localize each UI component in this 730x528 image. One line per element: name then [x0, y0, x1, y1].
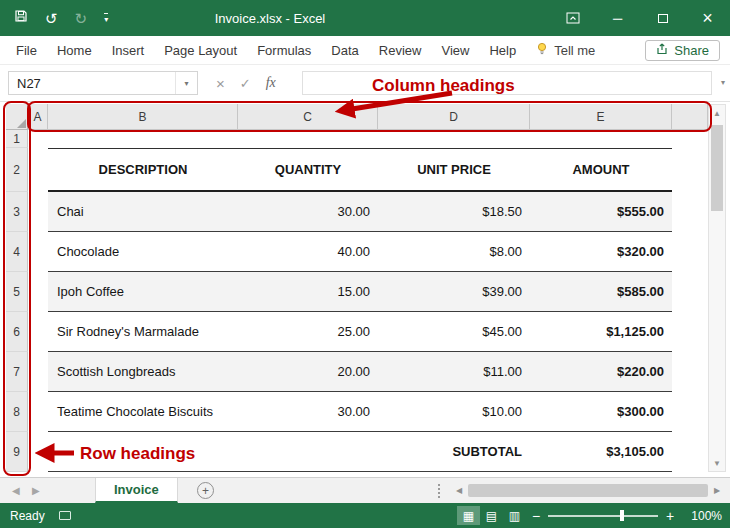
cell[interactable]: Ipoh Coffee	[48, 272, 238, 312]
cell[interactable]	[28, 130, 48, 148]
horizontal-scrollbar[interactable]: ◀ ▶	[452, 482, 724, 499]
scroll-left-icon[interactable]: ◀	[452, 486, 466, 495]
cell[interactable]: 15.00	[238, 272, 378, 312]
cell[interactable]: $11.00	[378, 352, 530, 392]
cell[interactable]	[672, 312, 708, 352]
cell-subtotal-label[interactable]: SUBTOTAL	[378, 432, 530, 472]
page-layout-view-icon[interactable]: ▤	[480, 506, 503, 525]
horizontal-scrollbar-thumb[interactable]	[468, 484, 708, 497]
tab-data[interactable]: Data	[321, 43, 368, 58]
cell[interactable]: $300.00	[530, 392, 672, 432]
cell-description-header[interactable]: DESCRIPTION	[48, 148, 238, 192]
maximize-button[interactable]	[640, 0, 685, 36]
cell-subtotal-amount[interactable]: $3,105.00	[530, 432, 672, 472]
tab-review[interactable]: Review	[369, 43, 432, 58]
close-button[interactable]: ×	[685, 0, 730, 36]
cell-amount-header[interactable]: AMOUNT	[530, 148, 672, 192]
horizontal-scrollbar-track[interactable]	[466, 484, 710, 497]
cell[interactable]	[672, 130, 708, 148]
cell[interactable]: $320.00	[530, 232, 672, 272]
vertical-scrollbar[interactable]: ▲ ▼	[708, 104, 726, 472]
cell-unit-price-header[interactable]: UNIT PRICE	[378, 148, 530, 192]
cell[interactable]	[28, 312, 48, 352]
scroll-right-icon[interactable]: ▶	[710, 486, 724, 495]
name-box-dropdown-icon[interactable]: ▾	[175, 72, 197, 94]
undo-icon[interactable]: ↺	[45, 11, 58, 26]
normal-view-icon[interactable]: ▦	[457, 506, 480, 525]
cell[interactable]	[28, 272, 48, 312]
cell[interactable]	[28, 392, 48, 432]
zoom-slider-track[interactable]	[548, 515, 658, 517]
cell[interactable]: Chai	[48, 192, 238, 232]
scroll-down-icon[interactable]: ▼	[709, 455, 725, 471]
cell[interactable]: $220.00	[530, 352, 672, 392]
cell[interactable]: $555.00	[530, 192, 672, 232]
cell[interactable]	[530, 130, 672, 148]
redo-icon[interactable]: ↻	[75, 11, 88, 26]
cell[interactable]	[672, 392, 708, 432]
cell[interactable]: $18.50	[378, 192, 530, 232]
macro-record-icon[interactable]	[59, 511, 71, 520]
sheet-nav-left-icon[interactable]: ◀	[12, 485, 20, 496]
name-box[interactable]: N27 ▾	[8, 71, 198, 95]
cell[interactable]	[672, 272, 708, 312]
enter-icon[interactable]: ✓	[240, 76, 251, 91]
sheet-nav-right-icon[interactable]: ▶	[32, 485, 40, 496]
cell[interactable]: 20.00	[238, 352, 378, 392]
vertical-scrollbar-thumb[interactable]	[711, 125, 723, 211]
cell[interactable]: $8.00	[378, 232, 530, 272]
cell[interactable]	[672, 192, 708, 232]
cell[interactable]: 30.00	[238, 192, 378, 232]
cell[interactable]: 30.00	[238, 392, 378, 432]
cell[interactable]: Teatime Chocolate Biscuits	[48, 392, 238, 432]
cell[interactable]	[672, 148, 708, 192]
tab-home[interactable]: Home	[47, 43, 102, 58]
tab-page-layout[interactable]: Page Layout	[154, 43, 247, 58]
insert-function-icon[interactable]: fx	[266, 75, 276, 91]
cell[interactable]	[672, 352, 708, 392]
cell[interactable]: $1,125.00	[530, 312, 672, 352]
zoom-slider-thumb[interactable]	[620, 510, 624, 521]
cell[interactable]: $585.00	[530, 272, 672, 312]
minimize-button[interactable]: ─	[595, 0, 640, 36]
cell[interactable]: $10.00	[378, 392, 530, 432]
cell[interactable]	[238, 130, 378, 148]
cell[interactable]: 40.00	[238, 232, 378, 272]
cell-quantity-header[interactable]: QUANTITY	[238, 148, 378, 192]
cancel-icon[interactable]: ×	[216, 75, 225, 92]
tab-scrollbar-splitter[interactable]	[438, 484, 440, 498]
sheet-tab-invoice[interactable]: Invoice	[95, 478, 178, 503]
tab-formulas[interactable]: Formulas	[247, 43, 321, 58]
zoom-level[interactable]: 100%	[680, 509, 722, 523]
customize-toolbar-dropdown-icon[interactable]: ▾	[104, 13, 108, 24]
cell[interactable]	[672, 232, 708, 272]
vertical-scrollbar-track[interactable]	[709, 121, 725, 455]
cell[interactable]: $45.00	[378, 312, 530, 352]
cell[interactable]	[28, 232, 48, 272]
cell[interactable]: Scottish Longbreads	[48, 352, 238, 392]
cell[interactable]	[672, 432, 708, 472]
zoom-in-icon[interactable]: +	[660, 508, 680, 524]
save-icon[interactable]	[14, 9, 28, 27]
tab-view[interactable]: View	[431, 43, 479, 58]
share-button[interactable]: Share	[645, 40, 720, 61]
cell[interactable]: Sir Rodney's Marmalade	[48, 312, 238, 352]
cell[interactable]: $39.00	[378, 272, 530, 312]
cell[interactable]	[28, 432, 48, 472]
cell[interactable]: Chocolade	[48, 232, 238, 272]
ribbon-display-options-icon[interactable]	[550, 0, 595, 36]
tab-file[interactable]: File	[6, 43, 47, 58]
cell[interactable]	[48, 130, 238, 148]
zoom-out-icon[interactable]: −	[526, 508, 546, 524]
cell[interactable]: 25.00	[238, 312, 378, 352]
expand-formula-bar-icon[interactable]: ▾	[721, 78, 725, 87]
tab-insert[interactable]: Insert	[102, 43, 155, 58]
add-sheet-icon[interactable]: +	[197, 482, 214, 499]
cell[interactable]	[238, 432, 378, 472]
cell[interactable]	[28, 352, 48, 392]
cell[interactable]	[28, 148, 48, 192]
zoom-slider[interactable]	[548, 506, 658, 525]
cell[interactable]	[378, 130, 530, 148]
tab-help[interactable]: Help	[479, 43, 526, 58]
cell[interactable]	[28, 192, 48, 232]
